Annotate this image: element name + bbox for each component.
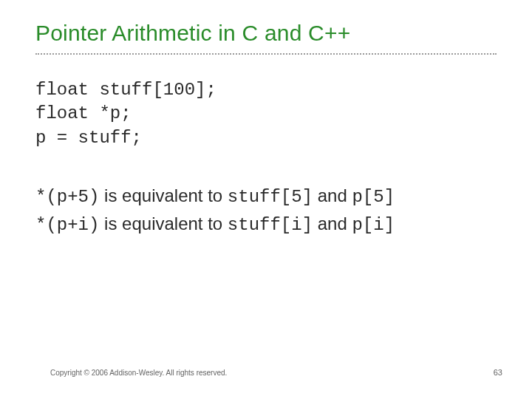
equiv-rhs1: stuff[5]	[228, 187, 313, 207]
equiv-row-1: *(p+5) is equivalent to stuff[5] and p[5…	[35, 183, 497, 211]
page-title: Pointer Arithmetic in C and C++	[35, 21, 497, 46]
equiv-rhs1: stuff[i]	[228, 215, 313, 235]
equiv-rhs2: p[5]	[352, 187, 395, 207]
code-line-1: float stuff[100];	[35, 80, 216, 100]
code-line-2: float *p;	[35, 103, 132, 123]
code-line-3: p = stuff;	[35, 128, 142, 148]
equivalence-block: *(p+5) is equivalent to stuff[5] and p[5…	[35, 183, 497, 239]
code-block: float stuff[100]; float *p; p = stuff;	[35, 78, 497, 150]
equiv-and: and	[313, 214, 352, 233]
slide: Pointer Arithmetic in C and C++ float st…	[0, 0, 532, 399]
equiv-lhs: *(p+i)	[35, 215, 99, 235]
equiv-row-2: *(p+i) is equivalent to stuff[i] and p[i…	[35, 211, 497, 239]
title-separator	[35, 53, 497, 55]
equiv-lhs: *(p+5)	[35, 187, 99, 207]
equiv-mid: is equivalent to	[99, 185, 227, 205]
footer: Copyright © 2006 Addison-Wesley. All rig…	[50, 368, 502, 377]
copyright-text: Copyright © 2006 Addison-Wesley. All rig…	[50, 369, 227, 377]
equiv-and: and	[313, 185, 352, 205]
equiv-rhs2: p[i]	[352, 215, 395, 235]
equiv-mid: is equivalent to	[99, 214, 227, 233]
page-number: 63	[494, 368, 502, 377]
